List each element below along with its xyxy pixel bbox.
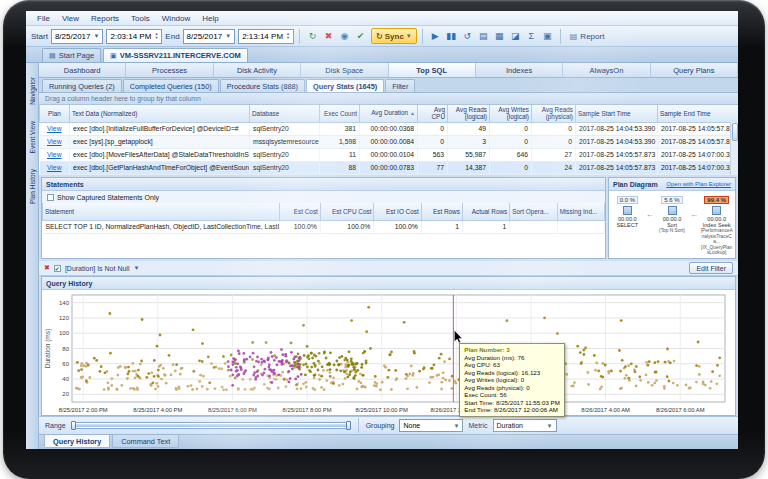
- sub-tab-filter[interactable]: Filter: [385, 79, 415, 92]
- filter-condition[interactable]: [Duration] Is Not Null: [65, 265, 130, 272]
- filter-enabled-checkbox[interactable]: ✔: [54, 265, 61, 272]
- view-plan-link[interactable]: View: [40, 122, 70, 135]
- time-spinner[interactable]: ▲ ▼: [154, 32, 158, 40]
- sigma-icon[interactable]: Σ: [524, 29, 539, 44]
- menu-item-tools[interactable]: Tools: [126, 14, 155, 23]
- column-header-plan[interactable]: Plan: [40, 105, 70, 122]
- nav-tab-query-plans[interactable]: Query Plans: [651, 63, 738, 77]
- end-time-field[interactable]: 2:13:14 PM ▲ ▼: [238, 29, 294, 44]
- table-row[interactable]: Viewexec [dbo].[MoveFilesAfterData] @Sta…: [40, 148, 739, 161]
- record-icon[interactable]: ◉: [337, 29, 352, 44]
- column-header-avg-cpu[interactable]: Avg CPU: [418, 105, 448, 122]
- column-header-avg-writes-logical[interactable]: Avg Writes (logical): [490, 105, 532, 122]
- table-row[interactable]: Viewexec [sys].[sp_getapplock]mssqlsyste…: [40, 135, 739, 148]
- sub-tab-query-stats-1645[interactable]: Query Stats (1645): [306, 79, 384, 92]
- sub-tab-completed-queries-150[interactable]: Completed Queries (150): [123, 79, 219, 92]
- plan-diagram-caption: Plan Diagram Open with Plan Explorer: [609, 178, 735, 191]
- range-slider-handle-left[interactable]: [71, 421, 76, 430]
- column-header-est-cpu-cost[interactable]: Est CPU Cost: [320, 203, 374, 220]
- menu-item-help[interactable]: Help: [197, 14, 223, 23]
- grid-scrollbar-thumb[interactable]: [732, 123, 738, 141]
- column-header-sample-end-time[interactable]: Sample End Time: [658, 105, 739, 122]
- spinner-down-icon[interactable]: ▼: [154, 36, 158, 40]
- report-button[interactable]: ▤ Report: [566, 28, 609, 44]
- edit-filter-button[interactable]: Edit Filter: [689, 262, 733, 274]
- pivot-icon[interactable]: ▦: [492, 29, 507, 44]
- left-tab-event-view[interactable]: Event View: [29, 121, 36, 153]
- check-icon[interactable]: ✔: [353, 29, 368, 44]
- pause-icon[interactable]: ▮▮: [444, 29, 459, 44]
- chevron-down-icon[interactable]: ▼: [225, 33, 231, 39]
- end-date-field[interactable]: 8/25/2017 ▼: [183, 29, 236, 44]
- sync-button[interactable]: ↻ Sync ▼: [371, 28, 417, 44]
- sub-tab-running-queries-2[interactable]: Running Queries (2): [42, 79, 122, 92]
- start-time-field[interactable]: 2:03:14 PM ▲ ▼: [106, 29, 162, 44]
- column-header-avg-duration[interactable]: Avg Duration▲: [360, 105, 418, 122]
- left-tab-plan-history[interactable]: Plan History: [29, 169, 36, 204]
- nav-tab-alwayson[interactable]: AlwaysOn: [563, 63, 650, 77]
- column-header-statement[interactable]: Statement: [43, 203, 280, 220]
- doc-tab-start-page[interactable]: ▤Start Page: [42, 48, 101, 62]
- query-history-chart[interactable]: 204060801001201408/25/2017 2:00 PM8/25/2…: [42, 290, 735, 415]
- menu-item-view[interactable]: View: [57, 14, 84, 23]
- layout-grid-icon[interactable]: ▤: [476, 29, 491, 44]
- column-header-est-io-cost[interactable]: Est IO Cost: [374, 203, 421, 220]
- chevron-down-icon[interactable]: ▼: [133, 265, 139, 271]
- range-slider[interactable]: [71, 422, 351, 429]
- table-row[interactable]: Viewexec [dbo].[InitializeFullBufferForD…: [40, 122, 739, 135]
- stop-icon[interactable]: ✖: [321, 29, 336, 44]
- column-header-avg-reads-physical[interactable]: Avg Reads (physical): [532, 105, 576, 122]
- nav-tab-top-sql[interactable]: Top SQL: [389, 63, 476, 77]
- nav-tab-processes[interactable]: Processes: [126, 63, 213, 77]
- refresh-icon[interactable]: ↻: [305, 29, 320, 44]
- nav-tab-indexes[interactable]: Indexes: [476, 63, 563, 77]
- remove-filter-icon[interactable]: ✖: [44, 264, 50, 272]
- chart-icon[interactable]: ◪: [508, 29, 523, 44]
- play-icon[interactable]: ▶: [428, 29, 443, 44]
- spinner-down-icon[interactable]: ▼: [286, 36, 290, 40]
- menu-item-reports[interactable]: Reports: [86, 14, 124, 23]
- left-tab-navigator[interactable]: Navigator: [29, 77, 36, 105]
- nav-tab-dashboard[interactable]: Dashboard: [39, 63, 126, 77]
- chevron-down-icon: ▼: [453, 423, 459, 429]
- menu-item-file[interactable]: File: [32, 14, 55, 23]
- column-header-exec-count[interactable]: Exec Count: [320, 105, 360, 122]
- bottom-tab-query-history[interactable]: Query History: [44, 435, 110, 448]
- bottom-tab-command-text[interactable]: Command Text: [112, 435, 179, 448]
- nav-tab-disk-space[interactable]: Disk Space: [301, 63, 388, 77]
- show-captured-checkbox[interactable]: [47, 194, 54, 201]
- view-plan-link[interactable]: View: [40, 161, 70, 174]
- plan-node-sort[interactable]: 5.6 % 00:00.0 Sort (Top N Sort): [656, 196, 689, 234]
- table-row[interactable]: SELECT TOP 1 ID, NormalizedPlanHash, Obj…: [43, 220, 605, 233]
- view-plan-link[interactable]: View: [40, 148, 70, 161]
- time-spinner[interactable]: ▲ ▼: [286, 32, 290, 40]
- range-slider-handle-right[interactable]: [346, 421, 351, 430]
- column-header-avg-reads-logical[interactable]: Avg Reads (logical): [448, 105, 490, 122]
- column-header-sample-start-time[interactable]: Sample Start Time: [576, 105, 658, 122]
- grid-cell: 2017-08-25 14:05:57.873: [576, 148, 658, 161]
- plan-node-select[interactable]: 0.0 % 00:00.0 SELECT: [611, 196, 644, 228]
- view-plan-link[interactable]: View: [40, 135, 70, 148]
- plan-node-index-seek[interactable]: 99.4 % 00:00.0 Index Seek [PerformanceAn…: [700, 196, 733, 256]
- save-icon[interactable]: ▣: [540, 29, 555, 44]
- history-icon[interactable]: ↺: [460, 29, 475, 44]
- grid-scrollbar[interactable]: [730, 122, 738, 175]
- menu-item-window[interactable]: Window: [157, 14, 195, 23]
- column-header-actual-rows[interactable]: Actual Rows: [462, 203, 509, 220]
- column-header-sort-opera[interactable]: Sort Opera...: [510, 203, 557, 220]
- doc-tab-vm-sssrv211-intercerve-com[interactable]: ▣VM-SSSRV211.INTERCERVE.COM: [103, 48, 248, 62]
- metric-select[interactable]: Duration ▼: [493, 419, 557, 432]
- chevron-down-icon[interactable]: ▼: [94, 33, 100, 39]
- open-plan-explorer-link[interactable]: Open with Plan Explorer: [666, 181, 731, 187]
- table-row[interactable]: Viewexec [dbo].[GetPlanHashAndTimeForObj…: [40, 161, 739, 174]
- column-header-est-rows[interactable]: Est Rows: [421, 203, 462, 220]
- sub-tab-procedure-stats-888[interactable]: Procedure Stats (888): [220, 79, 305, 92]
- column-header-text-data-normalized[interactable]: Text Data (Normalized): [70, 105, 250, 122]
- column-header-est-cost[interactable]: Est Cost: [279, 203, 320, 220]
- tooltip-line: Avg Duration (ms): 76: [464, 354, 560, 362]
- column-header-missing-ind[interactable]: Missing Ind...: [557, 203, 604, 220]
- grouping-select[interactable]: None ▼: [399, 419, 463, 432]
- column-header-database[interactable]: Database: [250, 105, 320, 122]
- nav-tab-disk-activity[interactable]: Disk Activity: [214, 63, 301, 77]
- start-date-field[interactable]: 8/25/2017 ▼: [51, 29, 104, 44]
